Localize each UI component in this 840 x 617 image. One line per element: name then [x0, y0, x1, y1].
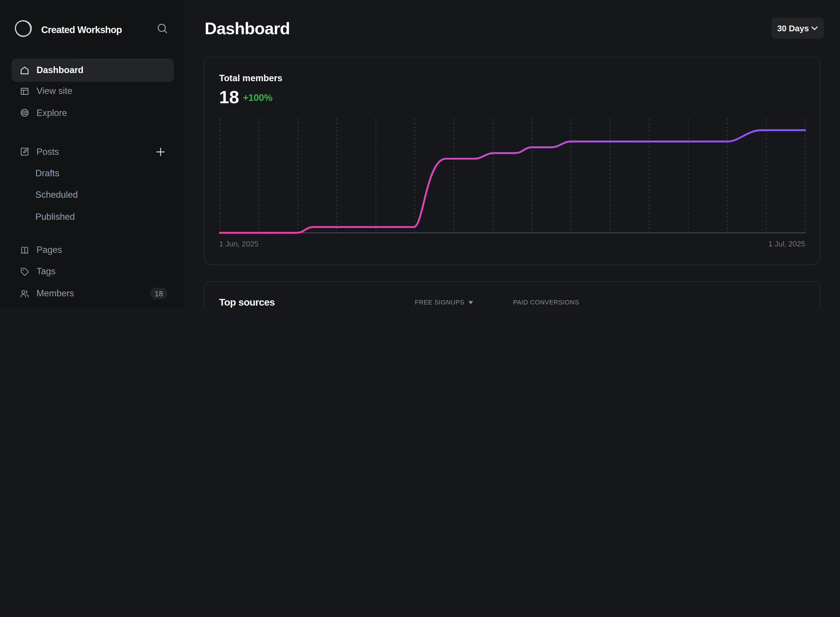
svg-text:1 Jun, 2025: 1 Jun, 2025 [219, 239, 259, 248]
svg-text:1 Jul, 2025: 1 Jul, 2025 [768, 239, 805, 248]
